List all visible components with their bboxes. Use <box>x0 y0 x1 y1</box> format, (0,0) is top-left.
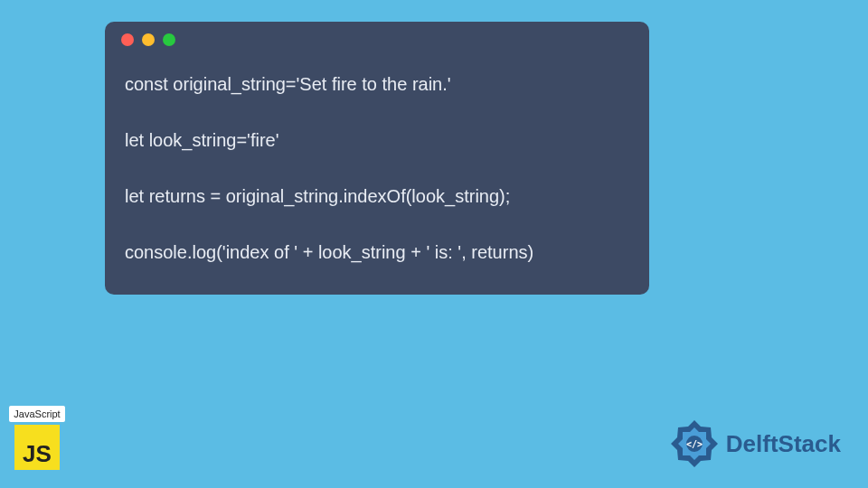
code-line: let returns = original_string.indexOf(lo… <box>125 181 629 211</box>
minimize-icon[interactable] <box>142 33 155 46</box>
javascript-icon: JS <box>14 425 60 470</box>
window-titlebar <box>105 22 649 58</box>
code-body: const original_string='Set fire to the r… <box>105 58 649 295</box>
maximize-icon[interactable] <box>163 33 175 46</box>
delftstack-icon: </> <box>668 418 721 470</box>
delftstack-label: DelftStack <box>726 430 841 458</box>
code-window: const original_string='Set fire to the r… <box>105 22 649 295</box>
svg-text:</>: </> <box>686 439 703 449</box>
code-line: console.log('index of ' + look_string + … <box>125 237 629 267</box>
javascript-label: JavaScript <box>9 406 64 422</box>
code-line: let look_string='fire' <box>125 125 629 155</box>
code-line: const original_string='Set fire to the r… <box>125 69 629 99</box>
delftstack-logo: </> DelftStack <box>668 418 841 470</box>
close-icon[interactable] <box>121 33 134 46</box>
javascript-badge: JavaScript JS <box>9 406 65 470</box>
